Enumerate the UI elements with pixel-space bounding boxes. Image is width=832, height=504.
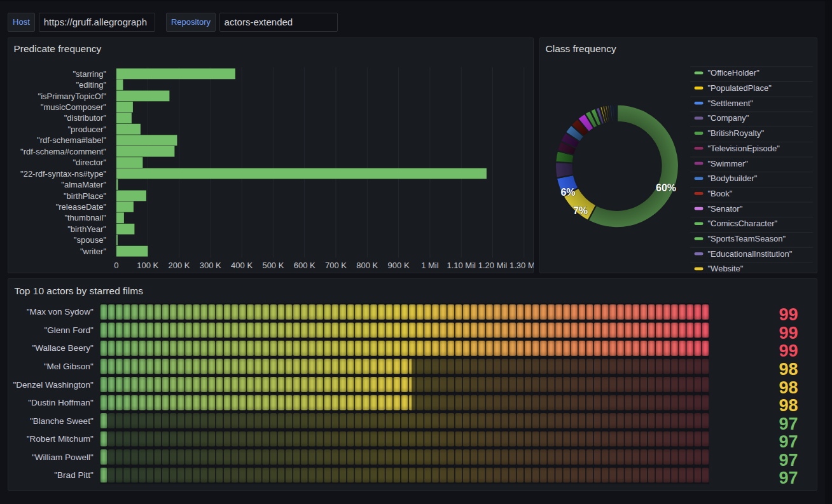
svg-text:"SportsTeamSeason": "SportsTeamSeason" <box>708 234 786 243</box>
svg-text:"EducationalInstitution": "EducationalInstitution" <box>708 249 793 258</box>
svg-text:500 K: 500 K <box>262 261 284 270</box>
svg-text:"Glenn Ford": "Glenn Ford" <box>44 325 93 334</box>
svg-text:"spouse": "spouse" <box>73 235 106 245</box>
svg-text:"Denzel Washington": "Denzel Washington" <box>13 379 93 389</box>
svg-text:Top 10 actors by starred films: Top 10 actors by starred films <box>14 285 143 296</box>
svg-text:Predicate frequency: Predicate frequency <box>13 43 101 54</box>
svg-text:300 K: 300 K <box>199 261 221 270</box>
svg-text:"writer": "writer" <box>80 246 106 255</box>
svg-text:60%: 60% <box>656 182 676 193</box>
svg-text:"Website": "Website" <box>708 264 744 273</box>
svg-text:"Senator": "Senator" <box>708 203 743 213</box>
svg-text:98: 98 <box>779 396 798 415</box>
svg-text:200 K: 200 K <box>168 261 190 270</box>
svg-text:400 K: 400 K <box>231 261 253 270</box>
svg-text:6%: 6% <box>560 186 575 197</box>
svg-text:99: 99 <box>779 305 798 324</box>
svg-text:"Blanche Sweet": "Blanche Sweet" <box>30 416 94 425</box>
svg-text:"starring": "starring" <box>73 69 106 78</box>
svg-text:"isPrimaryTopicOf": "isPrimaryTopicOf" <box>38 91 106 100</box>
svg-text:"PopulatedPlace": "PopulatedPlace" <box>708 83 772 93</box>
svg-text:600 K: 600 K <box>293 261 315 270</box>
svg-text:"William Powell": "William Powell" <box>32 452 94 461</box>
svg-text:"22-rdf-syntax-ns#type": "22-rdf-syntax-ns#type" <box>20 168 106 178</box>
svg-text:1.30 Mil: 1.30 Mil <box>510 261 534 270</box>
svg-text:"thumbnail": "thumbnail" <box>64 213 106 222</box>
svg-text:"birthPlace": "birthPlace" <box>63 191 106 200</box>
svg-text:97: 97 <box>779 432 798 451</box>
svg-text:"rdf-schema#comment": "rdf-schema#comment" <box>20 146 106 156</box>
svg-text:99: 99 <box>779 323 798 342</box>
svg-text:99: 99 <box>779 341 798 360</box>
svg-text:"producer": "producer" <box>67 124 106 133</box>
svg-text:"rdf-schema#label": "rdf-schema#label" <box>37 135 106 145</box>
svg-text:97: 97 <box>779 414 798 433</box>
svg-text:"Mel Gibson": "Mel Gibson" <box>43 362 93 371</box>
svg-text:"director": "director" <box>73 158 106 167</box>
svg-text:1 Mil: 1 Mil <box>421 261 439 270</box>
svg-text:97: 97 <box>779 468 798 487</box>
svg-text:"Settlement": "Settlement" <box>708 98 754 107</box>
svg-text:97: 97 <box>779 450 798 469</box>
svg-text:"editing": "editing" <box>76 80 106 90</box>
svg-text:1.20 Mil: 1.20 Mil <box>478 261 507 270</box>
svg-text:"Swimmer": "Swimmer" <box>708 158 749 168</box>
svg-text:"TelevisionEpisode": "TelevisionEpisode" <box>708 143 780 153</box>
svg-text:98: 98 <box>779 360 798 379</box>
svg-text:"Brad Pitt": "Brad Pitt" <box>54 470 94 480</box>
svg-text:"birthYear": "birthYear" <box>67 224 106 234</box>
svg-text:100 K: 100 K <box>137 261 158 270</box>
svg-text:7%: 7% <box>573 205 588 215</box>
svg-text:0: 0 <box>114 261 118 270</box>
svg-text:"ComicsCharacter": "ComicsCharacter" <box>708 219 778 228</box>
svg-text:98: 98 <box>779 378 798 397</box>
svg-text:"almaMater": "almaMater" <box>61 180 106 189</box>
svg-text:900 K: 900 K <box>387 261 409 270</box>
svg-text:"releaseDate": "releaseDate" <box>55 202 106 212</box>
svg-text:"Book": "Book" <box>708 189 733 198</box>
svg-text:"BritishRoyalty": "BritishRoyalty" <box>708 128 765 138</box>
svg-text:"musicComposer": "musicComposer" <box>40 102 106 112</box>
svg-text:"distributor": "distributor" <box>64 113 106 123</box>
svg-text:"OfficeHolder": "OfficeHolder" <box>708 68 760 78</box>
svg-text:700 K: 700 K <box>325 261 347 270</box>
svg-text:"Robert Mitchum": "Robert Mitchum" <box>26 434 93 444</box>
svg-text:800 K: 800 K <box>356 261 378 270</box>
svg-text:"Dustin Hoffman": "Dustin Hoffman" <box>28 398 94 407</box>
svg-text:Class frequency: Class frequency <box>546 43 616 54</box>
svg-text:"Company": "Company" <box>708 113 749 123</box>
svg-text:"Wallace Beery": "Wallace Beery" <box>32 343 93 353</box>
svg-text:1.10 Mil: 1.10 Mil <box>447 261 476 270</box>
svg-text:"Max von Sydow": "Max von Sydow" <box>26 307 93 317</box>
svg-text:"Bodybuilder": "Bodybuilder" <box>708 174 758 183</box>
